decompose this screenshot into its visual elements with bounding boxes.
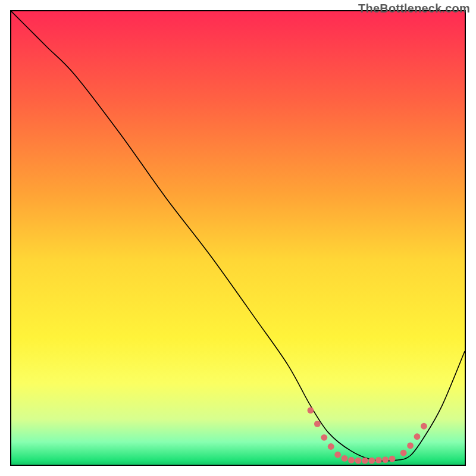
highlight-dot (314, 421, 321, 427)
highlight-dot (328, 443, 334, 450)
highlight-dot (421, 423, 427, 430)
chart-area (10, 10, 466, 466)
chart-background (11, 11, 465, 465)
highlight-dot (414, 433, 421, 440)
highlight-dot (362, 458, 368, 464)
highlight-dot (334, 452, 341, 458)
watermark: TheBottleneck.com (358, 2, 470, 15)
highlight-dot (321, 434, 327, 441)
chart-svg (11, 11, 465, 465)
highlight-dot (400, 450, 407, 456)
highlight-dot (382, 456, 389, 463)
highlight-dot (407, 443, 414, 449)
highlight-dot (342, 455, 348, 462)
highlight-dot (389, 456, 396, 462)
highlight-dot (368, 458, 375, 464)
highlight-dot (355, 458, 362, 464)
highlight-dot (375, 457, 382, 464)
highlight-dot (308, 407, 314, 414)
highlight-dot (348, 457, 355, 464)
